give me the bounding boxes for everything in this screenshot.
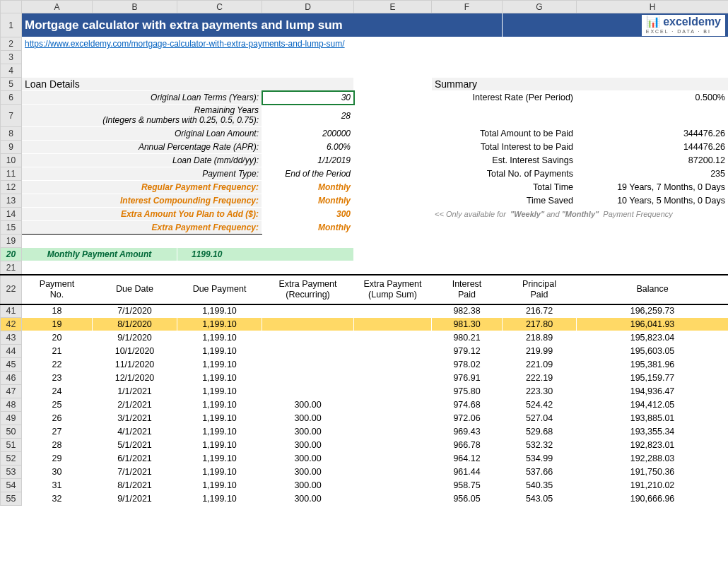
principal-paid[interactable]: 223.30 <box>503 385 577 398</box>
table-header[interactable]: PrincipalPaid <box>503 275 577 304</box>
row-54[interactable]: 54 <box>1 479 22 492</box>
row-9[interactable]: 9 <box>1 141 22 154</box>
payment-no[interactable]: 25 <box>22 398 93 412</box>
row-11[interactable]: 11 <box>1 167 22 181</box>
principal-paid[interactable]: 221.09 <box>503 358 577 372</box>
interest-paid[interactable]: 976.91 <box>432 372 503 385</box>
principal-paid[interactable]: 529.68 <box>503 425 577 439</box>
balance[interactable]: 192,823.01 <box>577 439 729 452</box>
loan-detail-value[interactable]: 200000 <box>262 127 354 141</box>
due-date[interactable]: 1/1/2021 <box>93 385 177 398</box>
blank[interactable] <box>432 105 729 127</box>
interest-paid[interactable]: 974.68 <box>432 398 503 412</box>
extra-lump[interactable] <box>354 331 432 345</box>
row-43[interactable]: 43 <box>1 331 22 345</box>
payment-no[interactable]: 26 <box>22 412 93 425</box>
loan-detail-value[interactable]: Monthly <box>262 194 354 208</box>
balance[interactable]: 190,666.96 <box>577 492 729 506</box>
payment-no[interactable]: 30 <box>22 466 93 479</box>
extra-recurring[interactable] <box>262 358 354 372</box>
due-date[interactable]: 3/1/2021 <box>93 412 177 425</box>
extra-lump[interactable] <box>354 358 432 372</box>
blank[interactable] <box>354 167 432 181</box>
interest-paid[interactable]: 956.05 <box>432 492 503 506</box>
col-A[interactable]: A <box>22 1 93 13</box>
extra-lump[interactable] <box>354 439 432 452</box>
blank[interactable] <box>22 235 729 248</box>
principal-paid[interactable]: 216.72 <box>503 304 577 318</box>
blank[interactable] <box>22 64 729 78</box>
blank[interactable] <box>354 221 432 235</box>
row-19[interactable]: 19 <box>1 235 22 248</box>
interest-paid[interactable]: 980.21 <box>432 331 503 345</box>
extra-recurring[interactable]: 300.00 <box>262 398 354 412</box>
row-48[interactable]: 48 <box>1 398 22 412</box>
row-50[interactable]: 50 <box>1 425 22 439</box>
due-payment[interactable]: 1,199.10 <box>177 439 262 452</box>
blank[interactable] <box>22 261 729 275</box>
due-date[interactable]: 5/1/2021 <box>93 439 177 452</box>
row-20[interactable]: 20 <box>1 248 22 261</box>
principal-paid[interactable]: 537.66 <box>503 466 577 479</box>
due-payment[interactable]: 1,199.10 <box>177 304 262 318</box>
extra-recurring[interactable]: 300.00 <box>262 492 354 506</box>
payment-no[interactable]: 21 <box>22 345 93 358</box>
extra-lump[interactable] <box>354 452 432 466</box>
blank[interactable] <box>354 127 432 141</box>
summary-value[interactable]: 87200.12 <box>577 154 729 167</box>
row-12[interactable]: 12 <box>1 181 22 194</box>
table-header[interactable]: Extra Payment(Lump Sum) <box>354 275 432 304</box>
row-21[interactable]: 21 <box>1 261 22 275</box>
blank[interactable] <box>354 141 432 154</box>
extra-lump[interactable] <box>354 304 432 318</box>
interest-paid[interactable]: 982.38 <box>432 304 503 318</box>
table-header[interactable]: Balance <box>577 275 729 304</box>
extra-recurring[interactable]: 300.00 <box>262 439 354 452</box>
due-payment[interactable]: 1,199.10 <box>177 452 262 466</box>
extra-recurring[interactable] <box>262 372 354 385</box>
interest-paid[interactable]: 981.30 <box>432 318 503 331</box>
balance[interactable]: 196,259.73 <box>577 304 729 318</box>
blank[interactable] <box>354 105 432 127</box>
balance[interactable]: 193,355.34 <box>577 425 729 439</box>
interest-paid[interactable]: 979.12 <box>432 345 503 358</box>
loan-detail-value[interactable]: 30 <box>262 91 354 105</box>
table-header[interactable]: Due Date <box>93 275 177 304</box>
extra-recurring[interactable] <box>262 345 354 358</box>
row-44[interactable]: 44 <box>1 345 22 358</box>
extra-recurring[interactable] <box>262 331 354 345</box>
row-4[interactable]: 4 <box>1 64 22 78</box>
loan-detail-value[interactable]: 1/1/2019 <box>262 154 354 167</box>
blank[interactable] <box>354 154 432 167</box>
row-53[interactable]: 53 <box>1 466 22 479</box>
payment-no[interactable]: 24 <box>22 385 93 398</box>
extra-recurring[interactable] <box>262 304 354 318</box>
balance[interactable]: 195,381.96 <box>577 358 729 372</box>
col-C[interactable]: C <box>177 1 262 13</box>
payment-no[interactable]: 19 <box>22 318 93 331</box>
due-date[interactable]: 8/1/2021 <box>93 479 177 492</box>
column-headers[interactable]: ABCDEFGH <box>1 1 729 13</box>
interest-paid[interactable]: 969.43 <box>432 425 503 439</box>
due-payment[interactable]: 1,199.10 <box>177 492 262 506</box>
principal-paid[interactable]: 532.32 <box>503 439 577 452</box>
summary-value[interactable]: 19 Years, 7 Months, 0 Days <box>577 181 729 194</box>
principal-paid[interactable]: 218.89 <box>503 331 577 345</box>
select-all[interactable] <box>1 1 22 13</box>
due-payment[interactable]: 1,199.10 <box>177 345 262 358</box>
payment-no[interactable]: 20 <box>22 331 93 345</box>
due-payment[interactable]: 1,199.10 <box>177 331 262 345</box>
principal-paid[interactable]: 219.99 <box>503 345 577 358</box>
col-G[interactable]: G <box>503 1 577 13</box>
blank[interactable] <box>354 78 432 91</box>
row-15[interactable]: 15 <box>1 221 22 235</box>
summary-value[interactable]: 235 <box>577 167 729 181</box>
extra-lump[interactable] <box>354 466 432 479</box>
due-payment[interactable]: 1,199.10 <box>177 479 262 492</box>
due-payment[interactable]: 1,199.10 <box>177 398 262 412</box>
principal-paid[interactable]: 527.04 <box>503 412 577 425</box>
row-47[interactable]: 47 <box>1 385 22 398</box>
row-49[interactable]: 49 <box>1 412 22 425</box>
row-5[interactable]: 5 <box>1 78 22 91</box>
extra-recurring[interactable] <box>262 318 354 331</box>
